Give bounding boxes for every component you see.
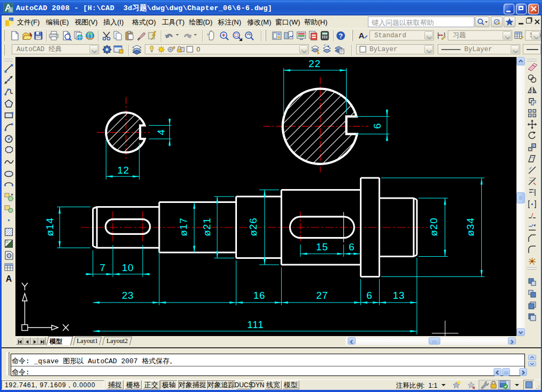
svg-text:6: 6 xyxy=(366,290,372,301)
svg-text:7: 7 xyxy=(100,262,105,273)
svg-text:16: 16 xyxy=(253,290,266,301)
svg-text:ø21: ø21 xyxy=(201,217,212,236)
svg-text:23: 23 xyxy=(122,290,134,301)
svg-text:ø17: ø17 xyxy=(178,217,189,236)
svg-text:ø14: ø14 xyxy=(44,217,55,236)
svg-text:15: 15 xyxy=(316,241,329,252)
svg-text:22: 22 xyxy=(309,58,321,69)
svg-text:4: 4 xyxy=(155,129,167,135)
svg-text:6: 6 xyxy=(349,241,355,252)
svg-text:ø34: ø34 xyxy=(465,217,476,236)
svg-text:27: 27 xyxy=(316,290,329,301)
svg-text:ø20: ø20 xyxy=(428,217,439,236)
svg-text:?: ? xyxy=(339,32,343,40)
svg-text:ø26: ø26 xyxy=(248,217,259,236)
svg-text:A: A xyxy=(359,31,365,40)
svg-text:12: 12 xyxy=(117,165,129,176)
svg-text:13: 13 xyxy=(393,290,405,301)
svg-text:A: A xyxy=(6,274,12,283)
svg-text:111: 111 xyxy=(247,319,264,330)
svg-text:10: 10 xyxy=(122,262,134,273)
svg-text:6: 6 xyxy=(372,123,383,129)
